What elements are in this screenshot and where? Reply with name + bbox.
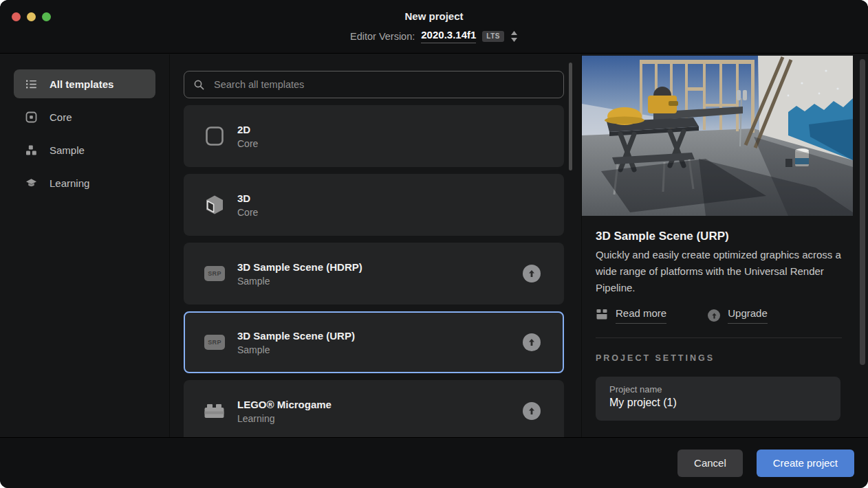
- sidebar-item-sample[interactable]: Sample: [14, 135, 155, 164]
- dialog-footer: Cancel Create project: [0, 437, 868, 488]
- docs-icon: [596, 308, 608, 323]
- template-detail-panel: 3D Sample Scene (URP) Quickly and easily…: [582, 54, 868, 437]
- search-box[interactable]: [184, 71, 564, 98]
- template-category-sidebar: All templates Core Sample Learning: [0, 54, 170, 437]
- create-project-button[interactable]: Create project: [757, 450, 854, 477]
- download-icon: [523, 333, 541, 351]
- sample-icon: [25, 144, 37, 156]
- sidebar-item-all-templates[interactable]: All templates: [14, 69, 155, 98]
- template-card-2d[interactable]: 2D Core: [184, 105, 564, 167]
- read-more-link[interactable]: Read more: [596, 307, 666, 324]
- detail-title: 3D Sample Scene (URP): [596, 230, 843, 243]
- template-title: 3D Sample Scene (URP): [237, 330, 355, 342]
- upgrade-icon: [708, 309, 720, 322]
- template-card-lego[interactable]: LEGO® Microgame Learning: [184, 380, 564, 437]
- template-title: LEGO® Microgame: [237, 399, 332, 410]
- template-card-hdrp[interactable]: SRP 3D Sample Scene (HDRP) Sample: [184, 243, 564, 304]
- template-preview-image: [582, 56, 853, 216]
- project-name-value[interactable]: My project (1): [609, 397, 827, 409]
- template-title: 3D Sample Scene (HDRP): [237, 261, 362, 273]
- editor-version-label: Editor Version:: [350, 31, 415, 42]
- template-list: 2D Core 3D Core SRP: [184, 105, 564, 437]
- template-category: Core: [237, 207, 258, 218]
- download-icon: [523, 402, 541, 420]
- template-list-panel: 2D Core 3D Core SRP: [170, 54, 582, 437]
- template-category: Sample: [237, 344, 355, 355]
- srp-badge-icon: SRP: [204, 335, 225, 350]
- section-divider: [596, 337, 842, 338]
- sidebar-item-core[interactable]: Core: [14, 102, 155, 131]
- square-2d-icon: [204, 126, 226, 146]
- sidebar-item-label: Learning: [50, 177, 89, 189]
- upgrade-label: Upgrade: [728, 307, 768, 324]
- cube-3d-icon: [204, 195, 226, 215]
- titlebar: New project Editor Version: 2020.3.14f1 …: [0, 0, 868, 54]
- learning-icon: [25, 177, 37, 189]
- project-settings-heading: PROJECT SETTINGS: [596, 353, 843, 363]
- download-icon: [523, 265, 541, 282]
- editor-version-value[interactable]: 2020.3.14f1: [421, 29, 476, 43]
- template-card-urp[interactable]: SRP 3D Sample Scene (URP) Sample: [184, 311, 564, 373]
- dialog-title: New project: [0, 10, 868, 22]
- detail-links: Read more Upgrade: [596, 307, 843, 324]
- upgrade-link[interactable]: Upgrade: [708, 307, 768, 324]
- template-title: 2D: [237, 124, 258, 135]
- lts-badge: LTS: [482, 31, 504, 42]
- search-input[interactable]: [213, 78, 554, 91]
- new-project-dialog: New project Editor Version: 2020.3.14f1 …: [0, 0, 868, 488]
- list-icon: [25, 78, 37, 90]
- detail-description: Quickly and easily create optimized grap…: [596, 247, 843, 296]
- srp-badge-icon: SRP: [204, 266, 225, 281]
- search-icon: [193, 79, 205, 91]
- sidebar-item-label: Core: [50, 111, 72, 123]
- read-more-label: Read more: [616, 307, 666, 324]
- editor-version-row: Editor Version: 2020.3.14f1 LTS: [0, 29, 868, 43]
- sidebar-item-learning[interactable]: Learning: [14, 168, 155, 197]
- cancel-button[interactable]: Cancel: [677, 450, 743, 477]
- lego-brick-icon: [204, 403, 226, 419]
- template-category: Learning: [237, 413, 332, 424]
- template-card-3d[interactable]: 3D Core: [184, 174, 564, 236]
- template-title: 3D: [237, 192, 258, 204]
- dialog-body: All templates Core Sample Learning: [0, 54, 868, 437]
- template-list-scrollbar[interactable]: [569, 63, 572, 170]
- project-name-field[interactable]: Project name My project (1): [596, 377, 840, 421]
- template-category: Core: [237, 138, 258, 149]
- version-selector-chevron-icon[interactable]: [510, 30, 518, 43]
- template-category: Sample: [237, 276, 362, 287]
- project-name-label: Project name: [609, 384, 827, 395]
- sidebar-item-label: All templates: [50, 78, 113, 90]
- sidebar-item-label: Sample: [50, 144, 85, 156]
- detail-panel-scrollbar[interactable]: [860, 59, 865, 365]
- core-icon: [25, 111, 37, 123]
